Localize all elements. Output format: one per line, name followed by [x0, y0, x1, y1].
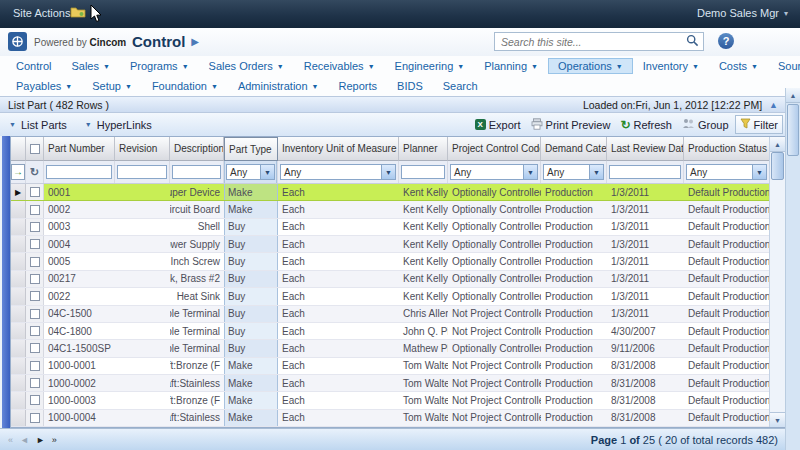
table-row[interactable]: 1000-0002 Shaft:Stainless Make Each Tom …: [11, 375, 770, 392]
menu-item-sales-orders[interactable]: Sales Orders▼: [199, 58, 294, 74]
table-row[interactable]: 04C-1800 Cable Terminal Buy Each John Q.…: [11, 323, 770, 340]
row-checkbox[interactable]: [26, 201, 44, 217]
table-row[interactable]: 0003 Shell Buy Each Kent Kelly Optionall…: [11, 219, 770, 236]
row-checkbox[interactable]: [26, 288, 44, 304]
filter-dropdown-inventory-uom[interactable]: Any ▼: [280, 164, 396, 180]
table-row[interactable]: 00217 Blank, Brass #2 Buy Each Kent Kell…: [11, 271, 770, 288]
menu-item-reports[interactable]: Reports: [329, 78, 388, 94]
tab-list-parts[interactable]: ▼ List Parts: [0, 116, 76, 134]
print-preview-button[interactable]: Print Preview: [527, 116, 615, 134]
export-button[interactable]: X Export: [471, 117, 525, 133]
menu-item-planning[interactable]: Planning▼: [474, 58, 548, 74]
cell-demand-category: Production: [541, 392, 607, 408]
row-checkbox[interactable]: [26, 253, 44, 269]
next-page-button[interactable]: ►: [36, 435, 45, 445]
chevron-down-icon: ▼: [381, 165, 395, 179]
tab-hyperlinks[interactable]: ▼ HyperLinks: [76, 116, 161, 134]
column-header-inventory-uom[interactable]: Inventory Unit of Measure: [278, 137, 399, 161]
cell-description: Shaft:Stainless: [170, 410, 224, 426]
cell-revision: [115, 375, 170, 391]
grid-vertical-scrollbar[interactable]: ▲ ▼: [769, 137, 785, 427]
column-header-part-number[interactable]: Part Number: [44, 137, 115, 161]
menu-item-costs[interactable]: Costs▼: [709, 58, 768, 74]
menu-item-search[interactable]: Search: [433, 78, 488, 94]
column-header-part-type[interactable]: Part Type: [224, 137, 278, 161]
table-row[interactable]: ▶ 0001 Super Device Make Each Kent Kelly…: [11, 184, 770, 201]
first-page-button[interactable]: «: [8, 435, 13, 445]
filter-input-last-review-date[interactable]: [609, 165, 681, 179]
select-all-checkbox[interactable]: [26, 137, 44, 161]
menu-item-administration[interactable]: Administration▼: [228, 78, 329, 94]
filter-input-description[interactable]: [172, 165, 221, 179]
table-row[interactable]: 0022 Heat Sink Buy Each Kent Kelly Optio…: [11, 288, 770, 305]
menu-item-receivables[interactable]: Receivables▼: [294, 58, 385, 74]
filter-button[interactable]: Filter: [735, 115, 783, 134]
menu-item-sourcing[interactable]: Sourcing▼: [768, 58, 800, 74]
cell-last-review-date: 1/3/2011: [607, 288, 684, 304]
table-row[interactable]: 1000-0003 Shaft:Bronze (F Make Each Tom …: [11, 392, 770, 409]
scroll-up-icon[interactable]: ▲: [770, 137, 785, 152]
menu-item-engineering[interactable]: Engineering▼: [385, 58, 475, 74]
row-checkbox[interactable]: [26, 219, 44, 235]
filter-input-revision[interactable]: [117, 165, 167, 179]
row-checkbox[interactable]: [26, 306, 44, 322]
table-row[interactable]: 1000-0001 Shaft:Bronze (F Make Each Tom …: [11, 358, 770, 375]
table-row[interactable]: 0004 Power Supply Buy Each Kent Kelly Op…: [11, 236, 770, 253]
refresh-button[interactable]: ↻ Refresh: [616, 117, 676, 133]
reset-filter-icon[interactable]: ↻: [30, 166, 39, 179]
scroll-down-icon[interactable]: ▼: [770, 412, 785, 427]
column-header-planner[interactable]: Planner: [399, 137, 448, 161]
table-row[interactable]: 0005 1/2 Inch Screw Buy Each Kent Kelly …: [11, 253, 770, 270]
filter-dropdown-production-status[interactable]: Any ▼: [686, 164, 767, 180]
column-header-revision[interactable]: Revision: [115, 137, 170, 161]
group-button[interactable]: Group: [678, 116, 733, 133]
row-checkbox[interactable]: [26, 184, 44, 200]
menu-item-bids[interactable]: BIDS: [387, 78, 433, 94]
menu-item-programs[interactable]: Programs▼: [120, 58, 199, 74]
scroll-up-icon[interactable]: ▲: [786, 88, 800, 103]
row-checkbox[interactable]: [26, 323, 44, 339]
row-checkbox[interactable]: [26, 375, 44, 391]
filter-dropdown-demand-category[interactable]: Any ▼: [543, 164, 604, 180]
column-header-production-status[interactable]: Production Status: [684, 137, 770, 161]
table-row[interactable]: 0002 Circuit Board Make Each Kent Kelly …: [11, 201, 770, 218]
menu-item-payables[interactable]: Payables▼: [6, 78, 82, 94]
table-row[interactable]: 1000-0004 Shaft:Stainless Make Each Tom …: [11, 410, 770, 427]
menu-item-setup[interactable]: Setup▼: [82, 78, 142, 94]
previous-page-button[interactable]: ◄: [20, 435, 29, 445]
apply-filter-button[interactable]: →: [11, 164, 25, 180]
search-input[interactable]: [499, 35, 686, 49]
column-header-last-review-date[interactable]: Last Review Date: [607, 137, 684, 161]
menu-item-operations[interactable]: Operations▼: [548, 58, 633, 74]
menu-item-inventory[interactable]: Inventory▼: [633, 58, 709, 74]
scrollbar-thumb[interactable]: [787, 104, 799, 156]
folder-icon[interactable]: [70, 6, 86, 20]
chevron-down-icon: ▾: [784, 9, 788, 18]
menu-item-control[interactable]: Control: [6, 58, 61, 74]
menu-item-sales[interactable]: Sales▼: [61, 58, 119, 74]
filter-dropdown-part-type[interactable]: Any ▼: [226, 164, 275, 180]
column-header-demand-category[interactable]: Demand Category: [541, 137, 607, 161]
row-checkbox[interactable]: [26, 358, 44, 374]
filter-input-planner[interactable]: [401, 165, 445, 179]
column-header-project-control-code[interactable]: Project Control Code: [448, 137, 541, 161]
collapse-panel-icon[interactable]: ▲: [769, 100, 778, 110]
column-header-description[interactable]: Description: [170, 137, 224, 161]
page-vertical-scrollbar[interactable]: ▲: [785, 88, 800, 450]
help-icon[interactable]: ?: [718, 33, 734, 49]
filter-input-part-number[interactable]: [46, 165, 112, 179]
user-menu[interactable]: Demo Sales Mgr ▾: [697, 7, 788, 19]
table-row[interactable]: 04C-1500 Cable Terminal Buy Each Chris A…: [11, 306, 770, 323]
page-title[interactable]: Control ▶: [132, 33, 199, 50]
row-checkbox[interactable]: [26, 271, 44, 287]
row-checkbox[interactable]: [26, 410, 44, 426]
filter-dropdown-project-control-code[interactable]: Any ▼: [450, 164, 538, 180]
table-row[interactable]: 04C1-1500SP Cable Terminal Buy Each Math…: [11, 340, 770, 357]
last-page-button[interactable]: »: [52, 435, 57, 445]
scrollbar-thumb[interactable]: [771, 152, 784, 180]
menu-item-foundation[interactable]: Foundation▼: [142, 78, 228, 94]
search-icon[interactable]: [686, 33, 699, 51]
row-checkbox[interactable]: [26, 392, 44, 408]
row-checkbox[interactable]: [26, 236, 44, 252]
row-checkbox[interactable]: [26, 340, 44, 356]
